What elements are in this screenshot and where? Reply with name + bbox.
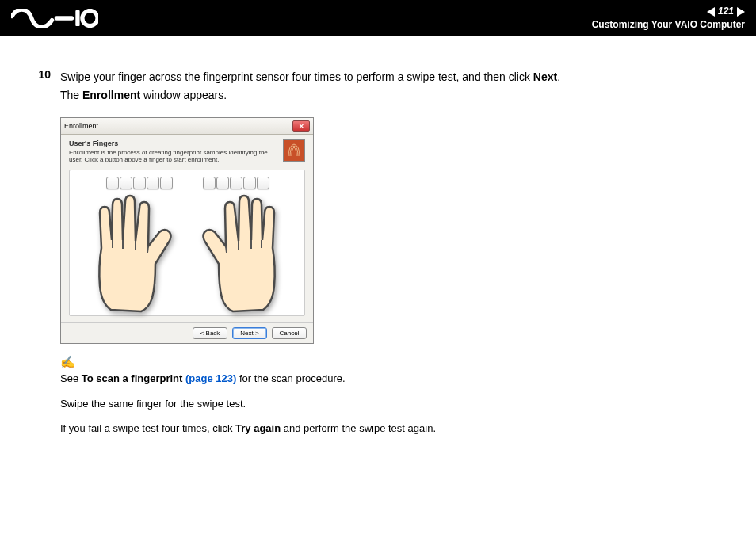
right-ring-slot[interactable]	[243, 177, 256, 189]
vaio-logo	[11, 9, 98, 28]
svg-point-1	[82, 10, 97, 25]
step-text-next: Next	[533, 71, 557, 83]
left-thumb-slot[interactable]	[160, 177, 173, 189]
svg-rect-2	[284, 140, 304, 161]
note-3-pre: If you fail a swipe test four times, cli…	[60, 422, 235, 434]
section-title: Customizing Your VAIO Computer	[592, 18, 745, 32]
svg-rect-0	[75, 10, 79, 26]
step-text-1b: .	[557, 71, 560, 83]
note-line-3: If you fail a swipe test four times, cli…	[60, 421, 724, 437]
note-1-pre: See	[60, 372, 82, 384]
note-line-1: See To scan a fingerprint (page 123) for…	[60, 371, 724, 387]
step-text-2a: The	[60, 89, 82, 101]
right-index-slot[interactable]	[216, 177, 229, 189]
left-hand-col	[94, 177, 185, 315]
next-button[interactable]: Next >	[232, 327, 267, 339]
step-text-1a: Swipe your finger across the fingerprint…	[60, 71, 533, 83]
prev-page-arrow[interactable]	[707, 7, 715, 17]
vaio-logo-svg	[11, 9, 98, 28]
step-text-2b: window appears.	[140, 89, 227, 101]
left-middle-slot[interactable]	[133, 177, 146, 189]
right-hand-col	[189, 177, 281, 315]
fingerprint-icon	[283, 139, 305, 162]
right-hand-illustration	[189, 191, 281, 318]
dialog-footer: < Back Next > Cancel	[61, 322, 313, 343]
note-1-post: for the scan procedure.	[236, 372, 345, 384]
right-pinky-slot[interactable]	[257, 177, 269, 189]
close-button[interactable]: ✕	[292, 120, 310, 132]
dialog-title: Enrollment	[64, 122, 98, 130]
hands-area	[69, 170, 305, 316]
note-3-post: and perform the swipe test again.	[281, 422, 436, 434]
dialog-text: User's Fingers Enrollment is the process…	[69, 139, 278, 163]
note-icon: ✍	[60, 355, 724, 369]
left-index-slot[interactable]	[147, 177, 159, 189]
notes-block: ✍ See To scan a fingerprint (page 123) f…	[60, 355, 724, 437]
step-number: 10	[32, 68, 51, 105]
enrollment-dialog: Enrollment ✕ User's Fingers Enrollment i…	[60, 117, 314, 344]
step-10: 10 Swipe your finger across the fingerpr…	[32, 68, 724, 105]
note-1-bold: To scan a fingerprint	[82, 372, 185, 384]
page-header: 121 Customizing Your VAIO Computer	[0, 0, 756, 36]
right-thumb-slot[interactable]	[203, 177, 216, 189]
cancel-button[interactable]: Cancel	[272, 327, 307, 339]
left-finger-slots	[106, 177, 173, 189]
page-number: 121	[718, 5, 734, 18]
step-text-enrollment: Enrollment	[82, 89, 140, 101]
left-hand-illustration	[94, 191, 185, 318]
dialog-description: Enrollment is the process of creating fi…	[69, 149, 268, 163]
right-finger-slots	[203, 177, 269, 189]
dialog-heading: User's Fingers	[69, 139, 278, 147]
header-right: 121 Customizing Your VAIO Computer	[592, 5, 745, 32]
close-icon: ✕	[299, 123, 304, 130]
page-nav: 121	[592, 5, 745, 18]
next-page-arrow[interactable]	[737, 7, 745, 17]
note-3-bold: Try again	[235, 422, 281, 434]
note-line-2: Swipe the same finger for the swipe test…	[60, 396, 724, 412]
right-middle-slot[interactable]	[230, 177, 242, 189]
page-content: 10 Swipe your finger across the fingerpr…	[0, 36, 756, 437]
back-button[interactable]: < Back	[193, 327, 227, 339]
left-pinky-slot[interactable]	[106, 177, 119, 189]
left-ring-slot[interactable]	[120, 177, 132, 189]
dialog-body: User's Fingers Enrollment is the process…	[61, 135, 313, 166]
step-body: Swipe your finger across the fingerprint…	[60, 68, 724, 105]
note-1-link[interactable]: (page 123)	[185, 372, 236, 384]
dialog-titlebar: Enrollment ✕	[61, 118, 313, 135]
